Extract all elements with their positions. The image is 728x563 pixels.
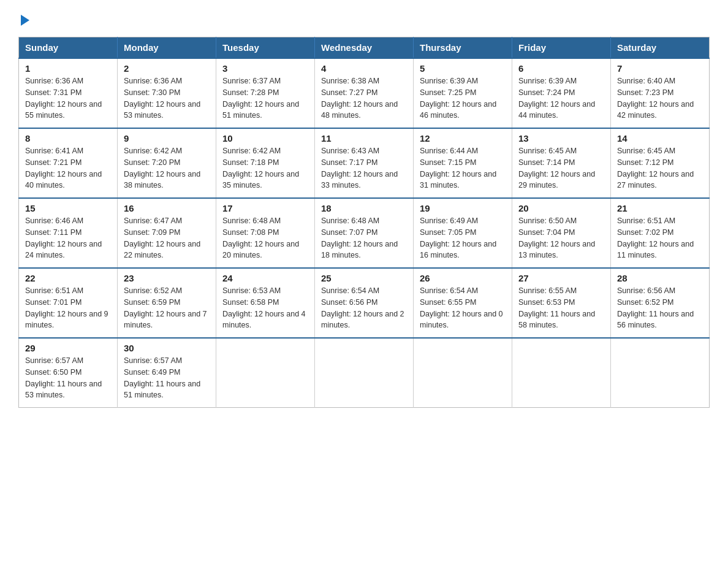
day-info: Sunrise: 6:53 AMSunset: 6:58 PMDaylight:… [222, 285, 308, 331]
day-info: Sunrise: 6:57 AMSunset: 6:49 PMDaylight:… [124, 355, 210, 401]
day-info: Sunrise: 6:55 AMSunset: 6:53 PMDaylight:… [518, 285, 604, 331]
calendar-cell: 23 Sunrise: 6:52 AMSunset: 6:59 PMDaylig… [118, 268, 216, 338]
day-info: Sunrise: 6:42 AMSunset: 7:18 PMDaylight:… [222, 145, 308, 191]
day-info: Sunrise: 6:51 AMSunset: 7:01 PMDaylight:… [25, 285, 111, 331]
day-info: Sunrise: 6:43 AMSunset: 7:17 PMDaylight:… [321, 145, 407, 191]
calendar-cell: 18 Sunrise: 6:48 AMSunset: 7:07 PMDaylig… [315, 198, 414, 268]
calendar-week-2: 8 Sunrise: 6:41 AMSunset: 7:21 PMDayligh… [19, 128, 710, 198]
day-info: Sunrise: 6:40 AMSunset: 7:23 PMDaylight:… [617, 75, 703, 121]
page-header [18, 15, 710, 27]
day-number: 14 [617, 133, 703, 144]
logo [18, 15, 29, 27]
calendar-cell: 26 Sunrise: 6:54 AMSunset: 6:55 PMDaylig… [414, 268, 512, 338]
day-number: 7 [617, 63, 703, 74]
weekday-header-saturday: Saturday [611, 37, 710, 59]
calendar-cell: 15 Sunrise: 6:46 AMSunset: 7:11 PMDaylig… [19, 198, 118, 268]
calendar-cell [216, 338, 315, 408]
day-info: Sunrise: 6:38 AMSunset: 7:27 PMDaylight:… [321, 75, 407, 121]
day-info: Sunrise: 6:46 AMSunset: 7:11 PMDaylight:… [25, 215, 111, 261]
calendar-week-5: 29 Sunrise: 6:57 AMSunset: 6:50 PMDaylig… [19, 338, 710, 408]
day-info: Sunrise: 6:54 AMSunset: 6:55 PMDaylight:… [420, 285, 506, 331]
day-info: Sunrise: 6:36 AMSunset: 7:30 PMDaylight:… [124, 75, 210, 121]
day-info: Sunrise: 6:47 AMSunset: 7:09 PMDaylight:… [124, 215, 210, 261]
day-number: 9 [124, 133, 210, 144]
calendar-cell: 13 Sunrise: 6:45 AMSunset: 7:14 PMDaylig… [512, 128, 611, 198]
calendar-cell: 1 Sunrise: 6:36 AMSunset: 7:31 PMDayligh… [19, 58, 118, 128]
calendar-cell: 28 Sunrise: 6:56 AMSunset: 6:52 PMDaylig… [611, 268, 710, 338]
calendar-cell: 22 Sunrise: 6:51 AMSunset: 7:01 PMDaylig… [19, 268, 118, 338]
calendar-cell: 20 Sunrise: 6:50 AMSunset: 7:04 PMDaylig… [512, 198, 611, 268]
day-number: 24 [222, 273, 308, 283]
calendar-cell: 12 Sunrise: 6:44 AMSunset: 7:15 PMDaylig… [414, 128, 512, 198]
day-info: Sunrise: 6:39 AMSunset: 7:24 PMDaylight:… [518, 75, 604, 121]
day-number: 8 [25, 133, 111, 144]
calendar-cell: 19 Sunrise: 6:49 AMSunset: 7:05 PMDaylig… [414, 198, 512, 268]
weekday-header-tuesday: Tuesday [216, 37, 315, 59]
day-info: Sunrise: 6:52 AMSunset: 6:59 PMDaylight:… [124, 285, 210, 331]
day-number: 26 [420, 273, 506, 283]
weekday-header-monday: Monday [118, 37, 216, 59]
calendar-cell: 8 Sunrise: 6:41 AMSunset: 7:21 PMDayligh… [19, 128, 118, 198]
day-number: 10 [222, 133, 308, 144]
day-number: 11 [321, 133, 407, 144]
logo-blue-text [18, 15, 29, 27]
calendar-cell: 3 Sunrise: 6:37 AMSunset: 7:28 PMDayligh… [216, 58, 315, 128]
day-number: 16 [124, 203, 210, 213]
day-number: 5 [420, 63, 506, 74]
calendar-body: 1 Sunrise: 6:36 AMSunset: 7:31 PMDayligh… [19, 58, 710, 408]
calendar-week-4: 22 Sunrise: 6:51 AMSunset: 7:01 PMDaylig… [19, 268, 710, 338]
calendar-table: SundayMondayTuesdayWednesdayThursdayFrid… [18, 37, 710, 408]
calendar-cell: 4 Sunrise: 6:38 AMSunset: 7:27 PMDayligh… [315, 58, 414, 128]
logo-triangle-icon [21, 15, 29, 26]
day-info: Sunrise: 6:42 AMSunset: 7:20 PMDaylight:… [124, 145, 210, 191]
day-number: 20 [518, 203, 604, 213]
calendar-cell: 14 Sunrise: 6:45 AMSunset: 7:12 PMDaylig… [611, 128, 710, 198]
day-info: Sunrise: 6:45 AMSunset: 7:14 PMDaylight:… [518, 145, 604, 191]
day-number: 23 [124, 273, 210, 283]
calendar-cell [611, 338, 710, 408]
day-number: 30 [124, 343, 210, 353]
day-number: 19 [420, 203, 506, 213]
calendar-cell: 2 Sunrise: 6:36 AMSunset: 7:30 PMDayligh… [118, 58, 216, 128]
calendar-cell: 27 Sunrise: 6:55 AMSunset: 6:53 PMDaylig… [512, 268, 611, 338]
calendar-cell [512, 338, 611, 408]
day-number: 12 [420, 133, 506, 144]
calendar-cell: 7 Sunrise: 6:40 AMSunset: 7:23 PMDayligh… [611, 58, 710, 128]
weekday-header-friday: Friday [512, 37, 611, 59]
day-info: Sunrise: 6:56 AMSunset: 6:52 PMDaylight:… [617, 285, 703, 331]
day-info: Sunrise: 6:41 AMSunset: 7:21 PMDaylight:… [25, 145, 111, 191]
calendar-cell: 5 Sunrise: 6:39 AMSunset: 7:25 PMDayligh… [414, 58, 512, 128]
day-info: Sunrise: 6:57 AMSunset: 6:50 PMDaylight:… [25, 355, 111, 401]
calendar-cell: 25 Sunrise: 6:54 AMSunset: 6:56 PMDaylig… [315, 268, 414, 338]
day-number: 15 [25, 203, 111, 213]
calendar-cell [315, 338, 414, 408]
day-number: 27 [518, 273, 604, 283]
calendar-cell: 30 Sunrise: 6:57 AMSunset: 6:49 PMDaylig… [118, 338, 216, 408]
calendar-cell: 16 Sunrise: 6:47 AMSunset: 7:09 PMDaylig… [118, 198, 216, 268]
day-info: Sunrise: 6:37 AMSunset: 7:28 PMDaylight:… [222, 75, 308, 121]
calendar-cell: 24 Sunrise: 6:53 AMSunset: 6:58 PMDaylig… [216, 268, 315, 338]
day-number: 6 [518, 63, 604, 74]
weekday-header-wednesday: Wednesday [315, 37, 414, 59]
calendar-cell [414, 338, 512, 408]
day-number: 13 [518, 133, 604, 144]
calendar-cell: 17 Sunrise: 6:48 AMSunset: 7:08 PMDaylig… [216, 198, 315, 268]
day-number: 28 [617, 273, 703, 283]
calendar-cell: 21 Sunrise: 6:51 AMSunset: 7:02 PMDaylig… [611, 198, 710, 268]
day-number: 3 [222, 63, 308, 74]
day-info: Sunrise: 6:50 AMSunset: 7:04 PMDaylight:… [518, 215, 604, 261]
calendar-cell: 6 Sunrise: 6:39 AMSunset: 7:24 PMDayligh… [512, 58, 611, 128]
day-number: 2 [124, 63, 210, 74]
weekday-header-sunday: Sunday [19, 37, 118, 59]
calendar-cell: 29 Sunrise: 6:57 AMSunset: 6:50 PMDaylig… [19, 338, 118, 408]
day-info: Sunrise: 6:45 AMSunset: 7:12 PMDaylight:… [617, 145, 703, 191]
calendar-week-3: 15 Sunrise: 6:46 AMSunset: 7:11 PMDaylig… [19, 198, 710, 268]
calendar-cell: 10 Sunrise: 6:42 AMSunset: 7:18 PMDaylig… [216, 128, 315, 198]
weekday-header-row: SundayMondayTuesdayWednesdayThursdayFrid… [19, 37, 710, 59]
day-number: 18 [321, 203, 407, 213]
day-number: 21 [617, 203, 703, 213]
day-info: Sunrise: 6:51 AMSunset: 7:02 PMDaylight:… [617, 215, 703, 261]
day-number: 1 [25, 63, 111, 74]
day-info: Sunrise: 6:49 AMSunset: 7:05 PMDaylight:… [420, 215, 506, 261]
day-info: Sunrise: 6:54 AMSunset: 6:56 PMDaylight:… [321, 285, 407, 331]
